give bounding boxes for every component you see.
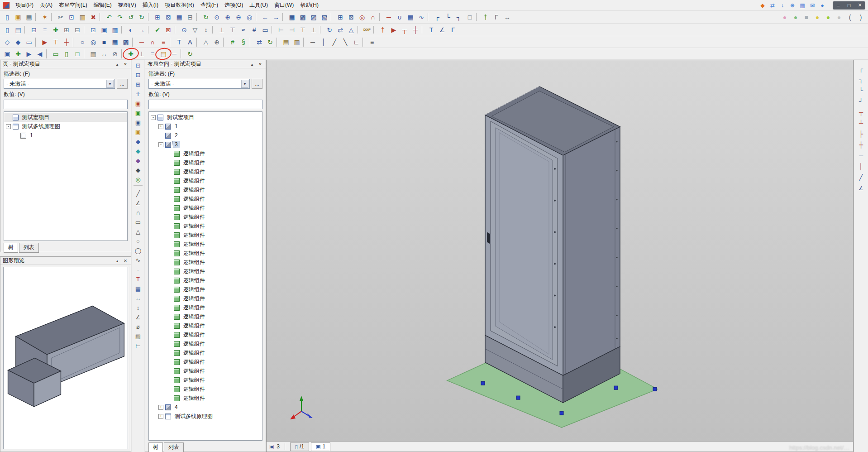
- edit-properties-icon[interactable]: §: [238, 38, 249, 47]
- undo-history-icon[interactable]: ↺: [125, 12, 136, 22]
- move-icon[interactable]: ✛: [132, 89, 144, 99]
- menu-item[interactable]: 窗口(W): [271, 0, 297, 10]
- box-blue-icon[interactable]: ▣: [132, 118, 144, 127]
- color-lime-icon[interactable]: ●: [823, 12, 834, 22]
- list-view-icon[interactable]: ≡: [39, 25, 50, 35]
- chevron-down-icon[interactable]: ▼: [241, 80, 248, 88]
- connection-line-icon[interactable]: ─: [383, 12, 394, 22]
- tree-row[interactable]: 逻辑组件: [149, 221, 262, 231]
- tree-row[interactable]: 测试宏项目: [4, 113, 127, 122]
- snap-object-icon[interactable]: ⊠: [346, 12, 357, 22]
- insert-flag-icon[interactable]: ▶: [388, 25, 399, 35]
- insert-door-icon[interactable]: □: [72, 49, 83, 58]
- copy-3d-icon[interactable]: ⊡: [132, 61, 144, 70]
- chart-icon[interactable]: ▦: [798, 1, 807, 10]
- zoom-window-icon[interactable]: ⊙: [211, 12, 222, 22]
- tree-row[interactable]: 逻辑组件: [149, 167, 262, 176]
- chevron-down-icon[interactable]: ▼: [106, 80, 114, 88]
- filter-browse-button[interactable]: ...: [252, 79, 262, 89]
- separator[interactable]: [148, 26, 151, 34]
- expand-all-icon[interactable]: ⊞: [61, 25, 72, 35]
- select-frame-icon[interactable]: □: [464, 12, 475, 22]
- message-management-icon[interactable]: ⊠: [163, 25, 174, 35]
- cable-navigator-icon[interactable]: ▦: [110, 25, 120, 35]
- tree-row[interactable]: 逻辑组件: [149, 385, 262, 394]
- display-icon[interactable]: ⊟: [185, 12, 196, 22]
- separator[interactable]: [223, 38, 226, 47]
- tree-row[interactable]: 1: [4, 131, 127, 140]
- scale-icon[interactable]: △: [346, 25, 357, 35]
- tree-row[interactable]: 4: [149, 403, 262, 412]
- page-open-icon[interactable]: ▤: [13, 25, 24, 35]
- insert-box-icon[interactable]: ▦: [174, 12, 185, 22]
- separator[interactable]: [428, 13, 431, 21]
- dimension-angle-icon[interactable]: ∠: [132, 313, 144, 322]
- new-layout-space-icon[interactable]: ✚: [13, 49, 24, 58]
- tree-row[interactable]: 逻辑组件: [149, 258, 262, 267]
- junction-icon[interactable]: ┼: [61, 38, 72, 47]
- print-icon[interactable]: ▤: [24, 12, 34, 22]
- plc-box-icon[interactable]: ▦: [110, 38, 120, 47]
- import-3d-icon[interactable]: ▶: [24, 49, 34, 58]
- separator[interactable]: [256, 13, 259, 21]
- viewport-tab[interactable]: ▯ /1: [290, 442, 309, 451]
- arc-right-icon[interactable]: ): [855, 12, 866, 22]
- image-icon[interactable]: ▦: [132, 284, 144, 293]
- color-yellow-icon[interactable]: ●: [812, 12, 823, 22]
- undo-icon[interactable]: ↶: [104, 12, 114, 22]
- separator[interactable]: [100, 13, 103, 21]
- tree-expander-icon[interactable]: [158, 414, 163, 419]
- potential-icon[interactable]: ⊤: [50, 38, 61, 47]
- ellipse-icon[interactable]: ◯: [132, 246, 144, 255]
- separator[interactable]: [358, 26, 361, 34]
- panel-close-icon[interactable]: ✕: [122, 258, 129, 264]
- tree-row[interactable]: 逻辑组件: [149, 203, 262, 212]
- panel-tab[interactable]: 树: [148, 442, 163, 452]
- menu-item[interactable]: 插入(I): [139, 0, 162, 10]
- separator[interactable]: [148, 13, 151, 21]
- tree-row[interactable]: 逻辑组件: [149, 294, 262, 303]
- corner-tool-icon[interactable]: Γ: [448, 25, 458, 35]
- panel-tab[interactable]: 列表: [19, 243, 39, 253]
- magnetic-snap-icon[interactable]: ∩: [367, 12, 378, 22]
- minimize-button[interactable]: –: [833, 1, 844, 10]
- route-tee-icon[interactable]: ┬: [856, 107, 867, 117]
- tree-expander-icon[interactable]: [151, 115, 156, 120]
- viewport-tab[interactable]: ▣ 1: [311, 442, 330, 451]
- hatch-icon[interactable]: ▨: [132, 332, 144, 341]
- duplicate-icon[interactable]: ⊞: [132, 80, 144, 89]
- paste-icon[interactable]: ▥: [77, 12, 88, 22]
- measure-icon[interactable]: ⊢: [132, 341, 144, 351]
- route-corner-tr-icon[interactable]: ┐: [856, 74, 867, 84]
- dxf-export-icon[interactable]: DXF: [362, 25, 372, 35]
- tree-row[interactable]: 逻辑组件: [149, 231, 262, 240]
- arc-left-icon[interactable]: (: [844, 12, 855, 22]
- grid-custom-icon[interactable]: ▧: [319, 12, 330, 22]
- cable-duct-icon[interactable]: ┐: [453, 12, 464, 22]
- plc-overview-icon[interactable]: #: [249, 25, 260, 35]
- filter-select[interactable]: - 未激活 - ▼: [148, 79, 250, 89]
- grid-medium-icon[interactable]: ▩: [297, 12, 308, 22]
- user-icon[interactable]: ●: [818, 1, 827, 10]
- separator[interactable]: [320, 26, 323, 34]
- box-red-icon[interactable]: ▣: [132, 99, 144, 108]
- panel-close-icon[interactable]: ✕: [122, 61, 129, 67]
- busbar-icon[interactable]: ≡: [158, 38, 169, 47]
- tree-row[interactable]: 逻辑组件: [149, 176, 262, 185]
- angle-0-icon[interactable]: ─: [307, 38, 318, 47]
- paste-3d-icon[interactable]: ⊟: [132, 70, 144, 80]
- path-text-icon[interactable]: A: [185, 38, 196, 47]
- structure-box-icon[interactable]: ▩: [120, 38, 131, 47]
- arc-icon[interactable]: ∩: [132, 208, 144, 217]
- separator[interactable]: [212, 26, 215, 34]
- refresh-view-icon[interactable]: ↻: [200, 12, 211, 22]
- separator[interactable]: [379, 13, 382, 21]
- menu-item[interactable]: 项目数据(R): [162, 0, 197, 10]
- symbol-select-icon[interactable]: ◇: [2, 38, 13, 47]
- panel-splitter[interactable]: [0, 252, 131, 256]
- page-navigator-icon[interactable]: ⊟: [29, 25, 39, 35]
- separator[interactable]: [272, 26, 275, 34]
- cut-icon[interactable]: ✂: [55, 12, 66, 22]
- align-right-icon[interactable]: ⊣: [286, 25, 297, 35]
- shield-icon[interactable]: ∩: [147, 38, 158, 47]
